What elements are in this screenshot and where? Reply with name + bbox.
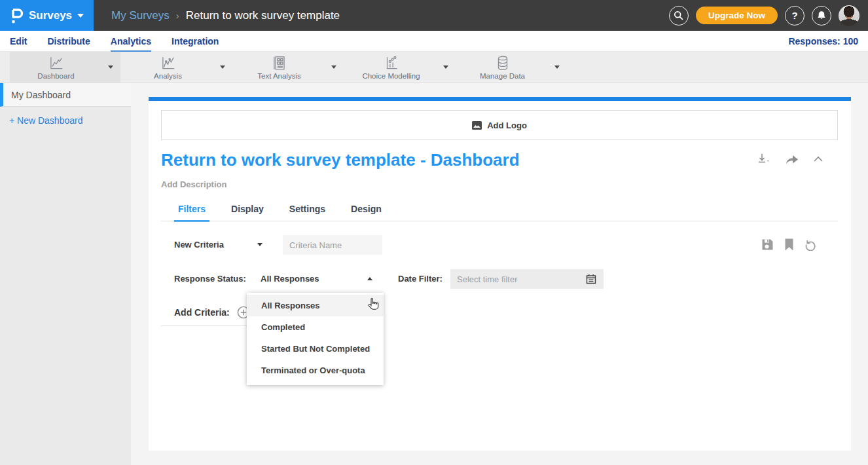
search-icon bbox=[674, 10, 683, 20]
nav-integration[interactable]: Integration bbox=[172, 31, 219, 52]
chevron-down-icon[interactable] bbox=[554, 65, 560, 69]
app-logo-menu[interactable]: Surveys bbox=[0, 0, 94, 31]
dashboard-card: Add Logo Return to work survey template … bbox=[149, 97, 851, 451]
text-grid-icon bbox=[233, 54, 325, 71]
dropdown-option-all-responses[interactable]: All Responses bbox=[247, 295, 384, 316]
new-dashboard-button[interactable]: + New Dashboard bbox=[0, 107, 131, 134]
nav-analytics[interactable]: Analytics bbox=[111, 31, 151, 52]
toolbar-item-label: Analysis bbox=[122, 72, 214, 80]
toolbar-item-label: Manage Data bbox=[456, 72, 549, 80]
toolbar-dashboard[interactable]: Dashboard bbox=[10, 52, 120, 83]
dashboard-actions bbox=[757, 153, 823, 166]
breadcrumb-separator: › bbox=[176, 10, 179, 21]
responses-count[interactable]: Responses: 100 bbox=[788, 31, 858, 52]
filter-tabs: Filters Display Settings Design bbox=[174, 200, 386, 222]
add-logo-label: Add Logo bbox=[487, 121, 527, 130]
response-status-label: Response Status: bbox=[174, 269, 246, 289]
upgrade-now-button[interactable]: Upgrade Now bbox=[696, 7, 778, 24]
bookmark-button[interactable] bbox=[784, 238, 794, 253]
chevron-down-icon[interactable] bbox=[443, 65, 448, 69]
response-status-select[interactable]: All Responses bbox=[261, 269, 319, 289]
line-chart-icon bbox=[10, 54, 102, 71]
chevron-down-icon[interactable] bbox=[331, 65, 336, 69]
date-filter-label: Date Filter: bbox=[398, 269, 443, 289]
scatter-chart-icon bbox=[345, 54, 437, 71]
analytics-toolbar: Dashboard Analysis Text Analysis Choice … bbox=[0, 52, 868, 83]
topbar-actions: Upgrade Now ? bbox=[669, 5, 859, 26]
dashboard-sidebar: My Dashboard + New Dashboard bbox=[0, 83, 131, 465]
questionpro-logo-icon bbox=[10, 7, 24, 24]
tab-filters[interactable]: Filters bbox=[174, 200, 209, 222]
add-criteria-label: Add Criteria: bbox=[174, 303, 230, 322]
toolbar-manage-data[interactable]: Manage Data bbox=[456, 52, 567, 83]
criteria-type-select[interactable]: New Criteria bbox=[174, 235, 224, 255]
dropdown-option-started[interactable]: Started But Not Completed bbox=[247, 338, 384, 360]
chevron-down-icon bbox=[77, 14, 84, 18]
save-button[interactable] bbox=[761, 238, 774, 253]
notifications-button[interactable] bbox=[812, 6, 831, 26]
reset-button[interactable] bbox=[805, 238, 817, 253]
filter-row: Response Status: All Responses Date Filt… bbox=[149, 269, 851, 289]
chevron-down-icon[interactable] bbox=[257, 243, 262, 246]
bell-icon bbox=[817, 10, 826, 20]
toolbar-choice-modelling[interactable]: Choice Modelling bbox=[345, 52, 456, 83]
card-top-accent bbox=[149, 97, 851, 101]
dropdown-option-terminated[interactable]: Terminated or Over-quota bbox=[247, 360, 384, 381]
toolbar-item-label: Text Analysis bbox=[233, 72, 325, 80]
tabs-divider bbox=[161, 221, 838, 221]
image-icon bbox=[472, 121, 482, 130]
criteria-actions bbox=[761, 238, 817, 253]
add-logo-button[interactable]: Add Logo bbox=[161, 110, 838, 140]
sidebar-item-label: My Dashboard bbox=[11, 90, 71, 100]
tab-settings[interactable]: Settings bbox=[285, 200, 329, 222]
calendar-icon[interactable] bbox=[586, 274, 596, 287]
dropdown-option-completed[interactable]: Completed bbox=[247, 316, 384, 338]
add-description-placeholder[interactable]: Add Description bbox=[161, 179, 226, 189]
collapse-button[interactable] bbox=[813, 156, 823, 162]
chevron-up-icon[interactable] bbox=[367, 277, 372, 280]
tab-design[interactable]: Design bbox=[347, 200, 386, 222]
user-avatar[interactable] bbox=[839, 5, 859, 26]
chevron-down-icon[interactable] bbox=[220, 65, 225, 69]
chevron-down-icon[interactable] bbox=[108, 65, 113, 69]
search-button[interactable] bbox=[669, 6, 689, 26]
trend-chart-icon bbox=[122, 54, 214, 71]
criteria-name-input[interactable] bbox=[283, 235, 382, 255]
toolbar-item-label: Dashboard bbox=[10, 72, 102, 80]
breadcrumb-my-surveys[interactable]: My Surveys bbox=[111, 9, 170, 22]
nav-distribute[interactable]: Distribute bbox=[47, 31, 90, 52]
product-name: Surveys bbox=[29, 9, 72, 22]
nav-edit[interactable]: Edit bbox=[10, 31, 27, 52]
toolbar-text-analysis[interactable]: Text Analysis bbox=[233, 52, 344, 83]
breadcrumb: My Surveys › Return to work survey templ… bbox=[111, 9, 340, 22]
criteria-row: New Criteria bbox=[149, 235, 851, 255]
response-status-dropdown: All Responses Completed Started But Not … bbox=[247, 293, 384, 385]
page-title[interactable]: Return to work survey template - Dashboa… bbox=[161, 150, 520, 170]
question-mark-icon: ? bbox=[791, 10, 797, 21]
database-icon bbox=[456, 54, 549, 71]
hand-cursor-icon bbox=[367, 297, 380, 314]
help-button[interactable]: ? bbox=[785, 6, 805, 26]
share-button[interactable] bbox=[785, 153, 799, 165]
topbar: Surveys My Surveys › Return to work surv… bbox=[0, 0, 868, 31]
tab-display[interactable]: Display bbox=[227, 200, 268, 222]
sidebar-item-my-dashboard[interactable]: My Dashboard bbox=[0, 83, 131, 107]
breadcrumb-current: Return to work survey template bbox=[186, 9, 340, 22]
download-button[interactable] bbox=[757, 153, 771, 166]
survey-navbar: Edit Distribute Analytics Integration Re… bbox=[0, 31, 868, 52]
section-divider bbox=[161, 326, 248, 326]
date-filter-input[interactable] bbox=[450, 269, 604, 289]
toolbar-item-label: Choice Modelling bbox=[345, 72, 437, 80]
toolbar-analysis[interactable]: Analysis bbox=[122, 52, 232, 83]
